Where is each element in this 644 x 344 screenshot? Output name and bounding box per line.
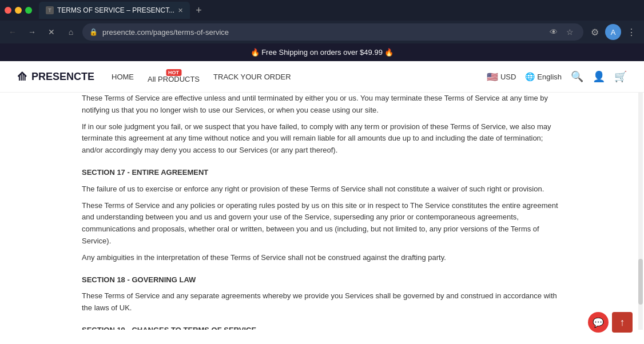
minimize-window-btn[interactable] (15, 7, 22, 14)
flag-icon: 🇺🇸 (487, 71, 498, 82)
tab-close-btn[interactable]: ✕ (178, 7, 183, 14)
eye-off-icon[interactable]: 👁 (547, 25, 560, 39)
tab-title: TERMS OF SERVICE – PRESENCT... (57, 6, 174, 14)
hot-badge: HOT (166, 69, 181, 76)
globe-icon: 🌐 (525, 72, 535, 81)
intro-paragraph-2: If in our sole judgment you fail, or we … (82, 121, 562, 157)
intro-paragraph-1: These Terms of Service are effective unl… (82, 93, 562, 117)
currency-selector[interactable]: 🇺🇸 USD (487, 71, 516, 82)
tab-bar: T TERMS OF SERVICE – PRESENCT... ✕ + (0, 0, 644, 21)
section17-p3: Any ambiguities in the interpretation of… (82, 252, 562, 264)
nav-links: HOME HOT All PRODUCTS TRACK YOUR ORDER (112, 70, 487, 83)
chat-btn[interactable]: 💬 (588, 312, 609, 333)
extensions-icon[interactable]: ⚙ (587, 24, 603, 40)
nav-home-label: HOME (112, 73, 134, 81)
window-controls (5, 7, 32, 14)
menu-btn[interactable]: ⋮ (623, 24, 639, 40)
tab-favicon: T (46, 6, 54, 14)
nav-all-products[interactable]: HOT All PRODUCTS (148, 75, 200, 83)
cart-btn[interactable]: 🛒 (614, 70, 627, 83)
logo-icon: ⟰ (17, 70, 27, 83)
scrollbar[interactable] (638, 93, 643, 330)
home-btn[interactable]: ⌂ (63, 24, 79, 40)
address-bar[interactable]: 🔒 presencte.com/pages/terms-of-service 👁… (82, 23, 583, 41)
nav-home[interactable]: HOME (112, 73, 134, 81)
star-icon[interactable]: ☆ (563, 25, 577, 39)
new-tab-btn[interactable]: + (192, 5, 205, 17)
chevron-up-icon: ↑ (620, 317, 625, 329)
section18-header: SECTION 18 - GOVERNING LAW (82, 274, 562, 286)
back-btn[interactable]: ← (5, 24, 21, 40)
section18-p1: These Terms of Service and any separate … (82, 290, 562, 314)
nav-right: 🇺🇸 USD 🌐 English 🔍 👤 🛒 (487, 70, 627, 83)
chat-icon: 💬 (593, 317, 604, 328)
url-text: presencte.com/pages/terms-of-service (102, 28, 542, 37)
nav-products-label: All PRODUCTS (148, 75, 200, 83)
website: 🔥 Free Shipping on orders over $49.99 🔥 … (0, 43, 644, 344)
profile-icon-btn[interactable]: A (605, 24, 621, 40)
section19-header: SECTION 19 - CHANGES TO TERMS OF SERVICE (82, 325, 562, 330)
navigation-bar: ⟰ PRESENCTE HOME HOT All PRODUCTS TRACK … (0, 61, 644, 93)
address-bar-row: ← → ✕ ⌂ 🔒 presencte.com/pages/terms-of-s… (0, 21, 644, 43)
close-window-btn[interactable] (5, 7, 11, 14)
account-btn[interactable]: 👤 (593, 70, 605, 83)
browser-chrome: T TERMS OF SERVICE – PRESENCT... ✕ + ← →… (0, 0, 644, 43)
reload-btn[interactable]: ✕ (43, 24, 59, 40)
scroll-to-top-btn[interactable]: ↑ (612, 312, 633, 333)
lock-icon: 🔒 (89, 28, 98, 36)
profile-avatar[interactable]: A (605, 24, 621, 40)
nav-track-order[interactable]: TRACK YOUR ORDER (213, 73, 291, 81)
active-tab[interactable]: T TERMS OF SERVICE – PRESENCT... ✕ (39, 2, 190, 19)
language-selector[interactable]: 🌐 English (525, 72, 562, 81)
forward-btn[interactable]: → (24, 24, 40, 40)
scrollbar-area: These Terms of Service are effective unl… (0, 93, 644, 330)
address-icons: 👁 ☆ (547, 25, 577, 39)
nav-track-label: TRACK YOUR ORDER (213, 73, 291, 81)
scroll-thumb[interactable] (638, 259, 643, 305)
search-btn[interactable]: 🔍 (571, 70, 583, 83)
browser-actions: ⚙ A ⋮ (587, 24, 639, 40)
language-label: English (537, 73, 562, 81)
logo[interactable]: ⟰ PRESENCTE (17, 70, 94, 83)
logo-text: PRESENCTE (31, 71, 94, 83)
maximize-window-btn[interactable] (25, 7, 32, 14)
promo-banner: 🔥 Free Shipping on orders over $49.99 🔥 (0, 43, 644, 61)
currency-label: USD (500, 73, 516, 81)
section17-p1: The failure of us to exercise or enforce… (82, 183, 562, 195)
section17-header: SECTION 17 - ENTIRE AGREEMENT (82, 167, 562, 179)
promo-text: 🔥 Free Shipping on orders over $49.99 🔥 (251, 48, 394, 57)
main-content: These Terms of Service are effective unl… (65, 93, 579, 330)
section17-p2: These Terms of Service and any policies … (82, 200, 562, 247)
